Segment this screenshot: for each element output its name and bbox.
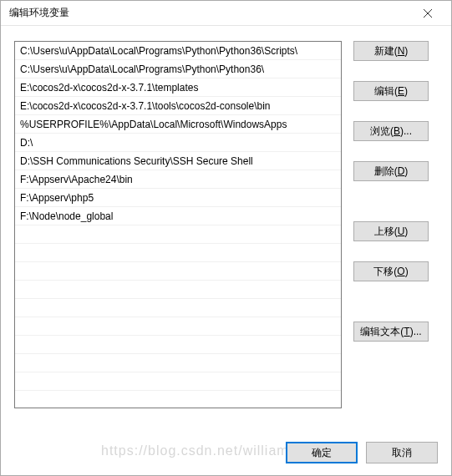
list-item[interactable] (15, 225, 341, 244)
list-item[interactable]: E:\cocos2d-x\cocos2d-x-3.7.1\templates (15, 78, 341, 97)
list-item[interactable] (15, 317, 341, 336)
edit-env-var-dialog: 编辑环境变量 C:\Users\u\AppData\Local\Programs… (0, 0, 452, 476)
cancel-button[interactable]: 取消 (366, 442, 438, 463)
delete-button[interactable]: 删除(D) (353, 161, 429, 181)
new-button[interactable]: 新建(N) (353, 41, 429, 61)
list-item[interactable]: D:\SSH Communications Security\SSH Secur… (15, 152, 341, 170)
list-item[interactable]: F:\Appserv\php5 (15, 189, 341, 207)
list-item[interactable]: F:\Node\node_global (15, 207, 341, 225)
list-item[interactable]: D:\ (15, 134, 341, 152)
list-item[interactable] (15, 244, 341, 262)
list-item[interactable] (15, 354, 341, 372)
path-listbox[interactable]: C:\Users\u\AppData\Local\Programs\Python… (14, 41, 342, 408)
list-item[interactable]: C:\Users\u\AppData\Local\Programs\Python… (15, 60, 341, 78)
list-item[interactable]: %USERPROFILE%\AppData\Local\Microsoft\Wi… (15, 115, 341, 134)
side-buttons: 新建(N) 编辑(E) 浏览(B)... 删除(D) 上移(U) 下移(O) 编… (353, 41, 429, 417)
move-up-button[interactable]: 上移(U) (353, 221, 429, 241)
list-item[interactable] (15, 336, 341, 354)
browse-button[interactable]: 浏览(B)... (353, 121, 429, 141)
dialog-body: C:\Users\u\AppData\Local\Programs\Python… (1, 26, 451, 425)
list-item[interactable] (15, 262, 341, 281)
list-item[interactable]: F:\Appserv\Apache24\bin (15, 170, 341, 189)
move-down-button[interactable]: 下移(O) (353, 261, 429, 281)
dialog-title: 编辑环境变量 (9, 6, 411, 20)
close-icon (424, 9, 432, 18)
edit-button-label: 编辑(E) (374, 84, 408, 99)
list-item[interactable] (15, 372, 341, 391)
list-item[interactable] (15, 391, 341, 408)
new-button-label: 新建(N) (374, 44, 409, 58)
list-item[interactable]: C:\Users\u\AppData\Local\Programs\Python… (15, 42, 341, 60)
list-item[interactable] (15, 281, 341, 299)
edit-button[interactable]: 编辑(E) (353, 81, 429, 101)
move-down-button-label: 下移(O) (373, 265, 408, 279)
browse-button-label: 浏览(B)... (370, 124, 412, 139)
list-item[interactable] (15, 299, 341, 317)
ok-button[interactable]: 确定 (286, 442, 358, 463)
delete-button-label: 删除(D) (374, 165, 409, 179)
close-button[interactable] (411, 2, 444, 25)
titlebar: 编辑环境变量 (1, 1, 451, 26)
footer-buttons: 确定 取消 (286, 442, 438, 463)
edit-text-button[interactable]: 编辑文本(T)... (353, 322, 429, 342)
list-item[interactable]: E:\cocos2d-x\cocos2d-x-3.7.1\tools\cocos… (15, 97, 341, 115)
edit-text-button-label: 编辑文本(T)... (360, 325, 421, 339)
move-up-button-label: 上移(U) (374, 225, 409, 239)
